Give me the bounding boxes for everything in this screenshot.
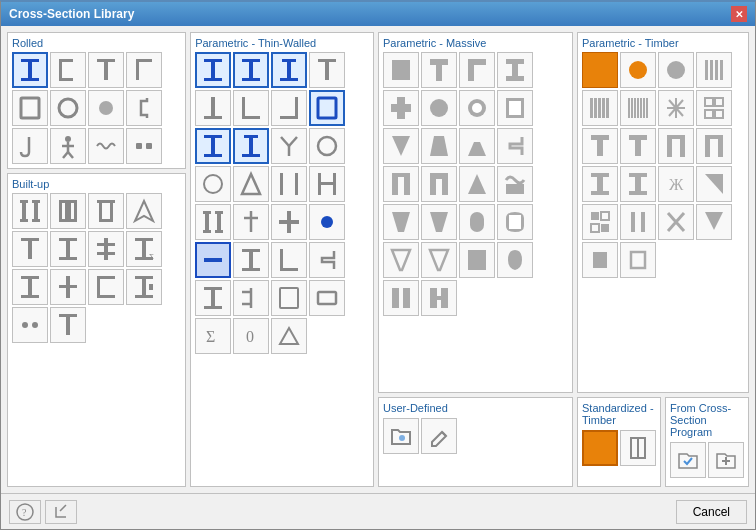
tw-arrow2[interactable] [233, 204, 269, 240]
tw-zero[interactable]: 0 [233, 318, 269, 354]
tw-i8[interactable] [233, 280, 269, 316]
tw-tri[interactable] [233, 166, 269, 202]
tw-ii2[interactable] [309, 166, 345, 202]
mass-rect2[interactable] [497, 90, 533, 126]
mass-vv2[interactable] [421, 242, 457, 278]
mass-t[interactable] [421, 52, 457, 88]
mass-iibar[interactable] [421, 280, 457, 316]
timber-v-lines2[interactable] [582, 90, 618, 126]
rolled-rect-hollow[interactable] [12, 90, 48, 126]
buildup-t4[interactable] [50, 307, 86, 343]
info-button[interactable] [45, 500, 77, 524]
rolled-channel[interactable] [50, 52, 86, 88]
mass-o[interactable] [459, 204, 495, 240]
mass-pi[interactable] [383, 166, 419, 202]
mass-wave2[interactable] [497, 166, 533, 202]
mass-circle[interactable] [421, 90, 457, 126]
mass-pi2[interactable] [421, 166, 457, 202]
buildup-i-text[interactable]: Σ [126, 231, 162, 267]
timber-grid[interactable] [696, 90, 732, 126]
tw-minus[interactable] [195, 242, 231, 278]
timber-i2[interactable] [620, 166, 656, 202]
mass-v[interactable] [383, 128, 419, 164]
mass-v3[interactable] [421, 204, 457, 240]
tw-l2[interactable] [271, 90, 307, 126]
mass-ii[interactable] [383, 280, 419, 316]
rolled-l-angle[interactable] [126, 52, 162, 88]
cancel-button[interactable]: Cancel [676, 500, 747, 524]
mass-l[interactable] [459, 52, 495, 88]
buildup-i2[interactable] [50, 231, 86, 267]
rolled-j-hook[interactable] [12, 128, 48, 164]
close-button[interactable]: ✕ [731, 6, 747, 22]
timber-sq2[interactable] [620, 242, 656, 278]
rolled-wave[interactable] [88, 128, 124, 164]
tw-l3[interactable] [271, 242, 307, 278]
mass-i2[interactable] [459, 128, 495, 164]
rolled-z-section[interactable] [126, 90, 162, 126]
timber-circle-hollow[interactable] [658, 52, 694, 88]
tw-i3[interactable] [271, 52, 307, 88]
mass-trap[interactable] [421, 128, 457, 164]
buildup-ie[interactable] [126, 269, 162, 305]
tw-dot-blue[interactable] [309, 204, 345, 240]
tw-i1[interactable] [195, 52, 231, 88]
mass-cross[interactable] [383, 90, 419, 126]
tw-l1[interactable] [233, 90, 269, 126]
timber-vert2[interactable] [620, 204, 656, 240]
timber-pi2[interactable] [696, 128, 732, 164]
tw-ii1[interactable] [271, 166, 307, 202]
timber-vert-lines[interactable] [696, 52, 732, 88]
mass-v2[interactable] [383, 204, 419, 240]
buildup-dots2[interactable] [12, 307, 48, 343]
buildup-t-box[interactable] [88, 193, 124, 229]
timber-pi[interactable] [658, 128, 694, 164]
mass-rect3[interactable] [459, 242, 495, 278]
tw-i4[interactable] [195, 128, 231, 164]
timber-x[interactable]: Ж [658, 166, 694, 202]
timber-rect-orange[interactable] [582, 52, 618, 88]
mass-rect[interactable] [383, 52, 419, 88]
tw-rect-hollow[interactable] [309, 90, 345, 126]
mass-s[interactable] [497, 128, 533, 164]
tw-i5[interactable] [233, 128, 269, 164]
buildup-ii[interactable] [12, 193, 48, 229]
tw-t2[interactable] [195, 90, 231, 126]
tw-ii3[interactable] [195, 204, 231, 240]
buildup-i4[interactable] [12, 269, 48, 305]
rolled-t-beam[interactable] [88, 52, 124, 88]
rolled-circle[interactable] [88, 90, 124, 126]
mass-i[interactable] [497, 52, 533, 88]
std-timber-btn2[interactable] [620, 430, 656, 466]
buildup-arrow[interactable] [126, 193, 162, 229]
mass-hat[interactable] [459, 166, 495, 202]
tw-sigma[interactable]: Σ [195, 318, 231, 354]
buildup-t2[interactable] [12, 231, 48, 267]
tw-o1[interactable] [195, 166, 231, 202]
tw-rect3[interactable] [309, 280, 345, 316]
std-timber-btn1[interactable] [582, 430, 618, 466]
timber-v-lines3[interactable] [620, 90, 656, 126]
mass-circle-hollow[interactable] [459, 90, 495, 126]
timber-t1[interactable] [582, 128, 618, 164]
mass-vv[interactable] [383, 242, 419, 278]
csp-btn2[interactable] [708, 442, 744, 478]
timber-v2[interactable] [696, 204, 732, 240]
buildup-channel2[interactable] [88, 269, 124, 305]
tw-rect2[interactable] [271, 280, 307, 316]
tw-y1[interactable] [271, 128, 307, 164]
tw-tri2[interactable] [271, 318, 307, 354]
csp-btn1[interactable] [670, 442, 706, 478]
mass-tube[interactable] [497, 204, 533, 240]
user-defined-folder[interactable] [383, 418, 419, 454]
buildup-t3[interactable] [50, 269, 86, 305]
timber-grid2[interactable] [582, 204, 618, 240]
tw-plus[interactable] [271, 204, 307, 240]
buildup-i3[interactable] [88, 231, 124, 267]
tw-i7[interactable] [195, 280, 231, 316]
tw-i6[interactable] [233, 242, 269, 278]
mass-drop[interactable] [497, 242, 533, 278]
timber-sq1[interactable] [582, 242, 618, 278]
tw-s1[interactable] [309, 242, 345, 278]
tw-i2[interactable] [233, 52, 269, 88]
